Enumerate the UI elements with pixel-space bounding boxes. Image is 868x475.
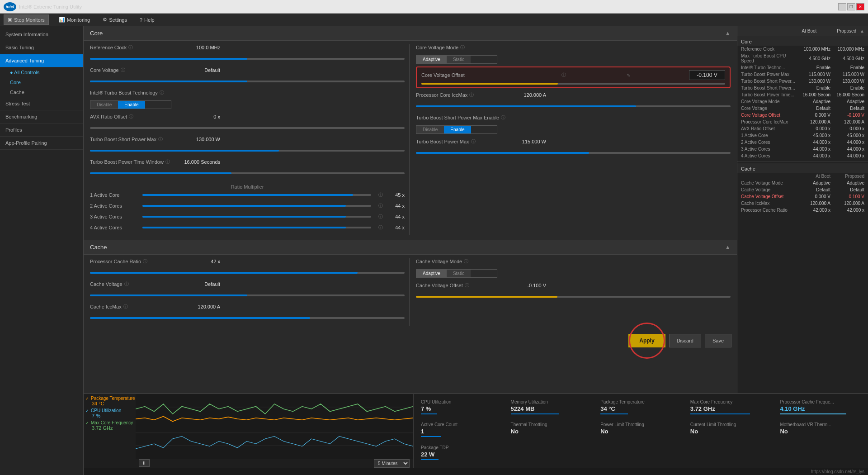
cache-voltage-offset-info-icon[interactable]: ⓘ <box>465 282 469 289</box>
restore-button[interactable]: ❐ <box>847 3 855 10</box>
sidebar-item-advanced-tuning[interactable]: Advanced Tuning <box>0 54 83 67</box>
core-right-col: Core Voltage Mode ⓘ Adaptive Static <box>410 44 731 235</box>
core-voltage-offset-info-icon[interactable]: ⓘ <box>561 72 566 78</box>
ratio-4core-slider[interactable] <box>142 224 371 231</box>
cache-voltage-offset-slider[interactable] <box>416 293 731 300</box>
turbo-short-enable-info-icon[interactable]: ⓘ <box>501 114 505 121</box>
right-turbo-short-enable: Turbo Boost Short Power... Enable Enable <box>737 85 868 91</box>
cache-iccmax-info-icon[interactable]: ⓘ <box>123 304 128 310</box>
ratio-4core-info-icon[interactable]: ⓘ <box>378 224 383 231</box>
minimize-button[interactable]: ─ <box>838 3 846 10</box>
core-collapse-icon[interactable]: ▲ <box>725 30 731 37</box>
sidebar-item-system-information[interactable]: System Information <box>0 28 83 41</box>
reference-clock-value: 100.0 MHz <box>175 45 220 50</box>
cache-voltage-offset-track <box>416 296 731 298</box>
turbo-time-value: 16.000 Seconds <box>175 159 220 165</box>
reference-clock-info-icon[interactable]: ⓘ <box>128 44 133 51</box>
pause-button[interactable]: ⏸ <box>139 459 150 467</box>
cache-voltage-info-icon[interactable]: ⓘ <box>124 281 129 287</box>
right-panel-empty <box>741 28 777 33</box>
stat-power-limit: Power Limit Throttling No <box>597 420 685 441</box>
sidebar-item-app-profile[interactable]: App-Profile Pairing <box>0 137 83 150</box>
turbo-boost-row: Intel® Turbo Boost Technology ⓘ <box>90 90 405 96</box>
processor-cache-ratio-fill <box>90 272 358 274</box>
ratio-3core-slider[interactable] <box>142 213 371 220</box>
turbo-short-enable-toggle[interactable]: Disable Enable <box>416 125 497 134</box>
turbo-boost-enable-btn[interactable]: Enable <box>118 101 145 109</box>
avx-ratio-info-icon[interactable]: ⓘ <box>129 114 133 120</box>
turbo-boost-toggle[interactable]: Disable Enable <box>90 100 171 109</box>
stat-package-temp: Package Temperature 34 °C <box>597 398 685 418</box>
cache-voltage-mode-info-icon[interactable]: ⓘ <box>464 258 468 265</box>
monitoring-menu[interactable]: 📊 Monitoring <box>56 15 93 24</box>
reference-clock-label: Reference Clock ⓘ <box>90 44 171 51</box>
turbo-time-info-icon[interactable]: ⓘ <box>165 159 170 165</box>
avx-ratio-slider[interactable] <box>90 124 405 132</box>
cache-iccmax-value: 120.000 A <box>175 304 220 309</box>
turbo-short-disable-btn[interactable]: Disable <box>416 126 444 133</box>
timeline-select[interactable]: 5 Minutes 1 Minute 10 Minutes <box>374 459 410 468</box>
close-button[interactable]: ✕ <box>856 3 864 10</box>
processor-iccmax-track <box>416 105 731 107</box>
sidebar-sub-cache[interactable]: Cache <box>0 87 83 97</box>
help-menu[interactable]: ? Help <box>137 15 157 24</box>
intel-logo-icon: intel <box>4 2 16 11</box>
discard-button[interactable]: Discard <box>669 334 701 347</box>
settings-menu[interactable]: ⚙ Settings <box>100 15 130 24</box>
cache-adaptive-btn[interactable]: Adaptive <box>416 270 447 277</box>
ratio-2core-info-icon[interactable]: ⓘ <box>378 203 383 209</box>
right-3cores: 3 Active Cores 44.000 x 44.000 x <box>737 146 868 152</box>
sidebar-item-benchmarking[interactable]: Benchmarking <box>0 110 83 124</box>
cache-voltage-label: Cache Voltage ⓘ <box>90 281 171 287</box>
core-voltage-mode-info-icon[interactable]: ⓘ <box>460 44 465 51</box>
sidebar-item-basic-tuning[interactable]: Basic Tuning <box>0 41 83 54</box>
cache-voltage-offset-value: -0.100 V <box>501 283 546 288</box>
right-panel-proposed-header: Proposed <box>820 28 856 33</box>
ratio-1core-info-icon[interactable]: ⓘ <box>378 192 383 198</box>
turbo-short-enable-btn[interactable]: Enable <box>444 126 471 133</box>
core-voltage-track <box>90 81 405 82</box>
cache-static-btn[interactable]: Static <box>447 270 471 277</box>
right-panel-collapse-icon[interactable]: ▲ <box>860 28 864 33</box>
cache-voltage-mode-toggle[interactable]: Adaptive Static <box>416 269 497 278</box>
cache-collapse-icon[interactable]: ▲ <box>725 244 731 251</box>
save-button[interactable]: Save <box>705 334 731 347</box>
sidebar-sub-all-controls[interactable]: ● All Controls <box>0 67 83 77</box>
stop-monitors-button[interactable]: ▣ Stop Monitors <box>4 14 49 25</box>
sidebar-item-profiles[interactable]: Profiles <box>0 124 83 137</box>
ratio-3core-info-icon[interactable]: ⓘ <box>378 214 383 220</box>
processor-iccmax-slider[interactable] <box>416 103 731 110</box>
stat-current-limit: Current Limit Throttling No <box>687 420 775 441</box>
legend-cpu-util: ✓ CPU Utilization <box>85 408 135 413</box>
core-voltage-slider[interactable] <box>90 78 405 85</box>
window-controls: ─ ❐ ✕ <box>838 3 864 10</box>
processor-iccmax-info-icon[interactable]: ⓘ <box>469 92 474 98</box>
reference-clock-slider[interactable] <box>90 55 405 62</box>
turbo-short-power-track <box>90 150 405 152</box>
ratio-4core-value: 44 x <box>387 225 405 230</box>
apply-button[interactable]: Apply <box>628 334 665 347</box>
turbo-short-power-slider[interactable] <box>90 147 405 154</box>
turbo-power-max-info-icon[interactable]: ⓘ <box>471 138 476 145</box>
sidebar-sub-core[interactable]: Core <box>0 77 83 87</box>
sidebar-item-stress-test[interactable]: Stress Test <box>0 97 83 110</box>
cache-voltage-slider[interactable] <box>90 292 405 299</box>
static-btn[interactable]: Static <box>447 56 471 63</box>
turbo-time-fill <box>90 172 231 174</box>
ratio-1core-slider[interactable] <box>142 191 371 199</box>
adaptive-btn[interactable]: Adaptive <box>416 56 447 63</box>
turbo-power-max-slider[interactable] <box>416 149 731 157</box>
core-voltage-info-icon[interactable]: ⓘ <box>121 67 125 73</box>
ratio-2core-slider[interactable] <box>142 202 371 209</box>
cache-voltage-offset-row: Cache Voltage Offset ⓘ -0.100 V <box>416 282 731 289</box>
turbo-time-slider[interactable] <box>90 170 405 177</box>
turbo-short-power-info-icon[interactable]: ⓘ <box>158 136 163 142</box>
core-voltage-offset-edit-icon[interactable]: ✎ <box>627 73 630 78</box>
processor-cache-ratio-slider[interactable] <box>90 269 405 276</box>
cache-iccmax-slider[interactable] <box>90 314 405 322</box>
processor-cache-ratio-info-icon[interactable]: ⓘ <box>143 258 147 265</box>
turbo-boost-disable-btn[interactable]: Disable <box>90 101 118 109</box>
right-turbo-techno: Intel® Turbo Techno... Enable Enable <box>737 64 868 71</box>
core-voltage-mode-toggle[interactable]: Adaptive Static <box>416 55 497 64</box>
turbo-boost-info-icon[interactable]: ⓘ <box>160 90 164 96</box>
